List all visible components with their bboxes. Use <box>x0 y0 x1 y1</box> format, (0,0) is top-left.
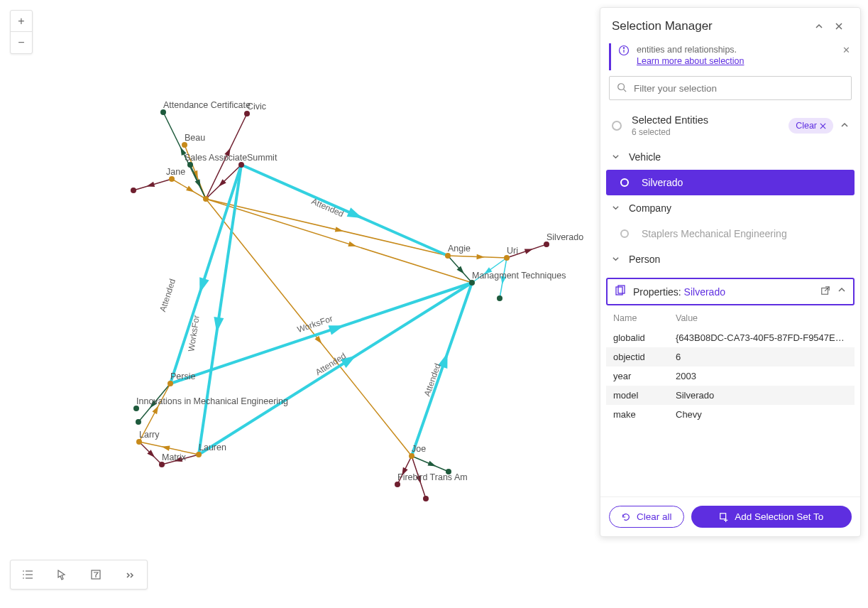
svg-point-99 <box>136 439 142 445</box>
add-selection-button[interactable]: Add Selection Set To <box>691 506 852 528</box>
svg-text:Sales Associate: Sales Associate <box>185 153 247 163</box>
svg-point-89 <box>544 241 549 247</box>
property-value: 6 <box>676 352 847 362</box>
properties-header: Properties: Silverado <box>606 278 855 305</box>
info-text: entities and relationships. <box>637 45 737 55</box>
svg-line-115 <box>624 89 627 92</box>
svg-point-110 <box>423 496 429 501</box>
group-header[interactable]: Company <box>600 195 860 221</box>
svg-line-68 <box>412 283 472 456</box>
chevron-up-icon[interactable] <box>837 286 846 298</box>
property-name: make <box>613 409 676 420</box>
svg-text:Larry: Larry <box>139 430 160 440</box>
properties-icon <box>615 285 626 298</box>
svg-point-94 <box>167 381 173 386</box>
svg-marker-38 <box>524 249 533 254</box>
svg-point-81 <box>169 176 175 182</box>
svg-point-84 <box>203 196 209 202</box>
svg-point-108 <box>395 482 400 487</box>
properties-title-prefix: Properties: <box>633 286 684 298</box>
search-input[interactable] <box>634 83 844 94</box>
svg-marker-48 <box>335 227 344 232</box>
group-label: Vehicle <box>629 151 661 163</box>
property-row: year2003 <box>606 367 855 386</box>
svg-marker-54 <box>347 207 363 218</box>
svg-text:Lauren: Lauren <box>199 443 226 452</box>
svg-point-73 <box>244 111 250 116</box>
svg-marker-50 <box>348 241 356 246</box>
info-icon <box>618 45 630 56</box>
selected-entities-header: Selected Entities 6 selected Clear <box>600 107 860 144</box>
svg-text:Jane: Jane <box>166 167 185 177</box>
info-link[interactable]: Learn more about selection <box>637 56 744 66</box>
svg-point-114 <box>618 83 625 89</box>
panel-title: Selection Manager <box>612 19 809 33</box>
selection-manager-panel: Selection Manager entities and relations… <box>600 7 861 537</box>
svg-marker-18 <box>186 186 194 192</box>
svg-text:Civic: Civic <box>247 102 266 112</box>
group-label: Company <box>629 202 671 214</box>
search-icon <box>617 82 627 94</box>
panel-header: Selection Manager <box>600 8 860 43</box>
svg-text:Innovations in Mechanical Engi: Innovations in Mechanical Engineering <box>136 396 288 406</box>
property-row: objectid6 <box>606 347 855 367</box>
search-row <box>609 76 852 100</box>
chevron-down-icon <box>612 203 622 214</box>
svg-text:Summit: Summit <box>247 153 278 163</box>
svg-text:Matrix: Matrix <box>162 452 187 462</box>
svg-point-98 <box>136 419 141 425</box>
property-row: makeChevy <box>606 405 855 424</box>
svg-point-71 <box>160 109 166 115</box>
graph-canvas[interactable]: AttendedAttendedWorksForWorksForAttended… <box>0 0 600 608</box>
properties-table: Name Value globalid{643B08DC-CA73-40F5-8… <box>606 308 855 496</box>
entity-item-label: Silverado <box>642 177 683 188</box>
svg-point-113 <box>623 48 624 48</box>
group-header[interactable]: Person <box>600 246 860 272</box>
svg-point-79 <box>238 162 244 168</box>
property-value: Chevy <box>676 409 847 420</box>
svg-text:Silverado: Silverado <box>546 232 583 242</box>
clear-all-button[interactable]: Clear all <box>609 506 684 528</box>
svg-point-105 <box>409 453 414 459</box>
info-banner: entities and relationships. Learn more a… <box>609 43 852 70</box>
group-header[interactable]: Vehicle <box>600 144 860 170</box>
svg-point-101 <box>196 452 202 457</box>
svg-marker-57 <box>199 277 209 293</box>
svg-text:Attended: Attended <box>310 196 346 219</box>
properties-entity-name: Silverado <box>684 286 725 298</box>
property-row: modelSilverado <box>606 386 855 405</box>
svg-line-59 <box>199 165 241 455</box>
group-label: Person <box>629 254 660 265</box>
entity-item-label: Staplers Mechanical Engineering <box>642 228 787 239</box>
property-value: 2003 <box>676 371 847 381</box>
svg-point-75 <box>182 142 187 148</box>
info-close-icon[interactable]: ✕ <box>842 45 850 55</box>
svg-marker-40 <box>476 254 484 260</box>
svg-point-96 <box>133 406 139 411</box>
svg-marker-60 <box>214 317 224 332</box>
svg-point-77 <box>187 162 193 168</box>
property-name: globalid <box>613 332 676 343</box>
close-icon[interactable] <box>829 16 849 36</box>
svg-point-83 <box>131 188 136 193</box>
svg-marker-63 <box>329 325 344 335</box>
svg-text:Attended: Attended <box>158 278 177 313</box>
svg-marker-36 <box>427 461 436 467</box>
entity-item[interactable]: Silverado <box>606 170 855 195</box>
selected-count: 6 selected <box>632 127 708 137</box>
svg-marker-20 <box>146 182 155 187</box>
svg-text:Firebird Trans Am: Firebird Trans Am <box>397 472 468 482</box>
chevron-up-icon[interactable] <box>840 121 849 131</box>
property-row: globalid{643B08DC-CA73-40F5-87FD-F9547E7… <box>606 328 855 347</box>
popout-icon[interactable] <box>820 286 830 298</box>
entity-dot-icon <box>612 121 622 131</box>
svg-point-93 <box>497 295 502 301</box>
svg-text:Managment Techniques: Managment Techniques <box>472 271 566 281</box>
svg-rect-119 <box>720 513 726 519</box>
collapse-icon[interactable] <box>809 16 829 36</box>
svg-point-103 <box>159 462 165 467</box>
entity-item[interactable]: Staplers Mechanical Engineering <box>600 221 860 246</box>
svg-marker-14 <box>195 179 201 188</box>
property-value: Silverado <box>676 390 847 401</box>
clear-selection-button[interactable]: Clear <box>789 118 833 134</box>
